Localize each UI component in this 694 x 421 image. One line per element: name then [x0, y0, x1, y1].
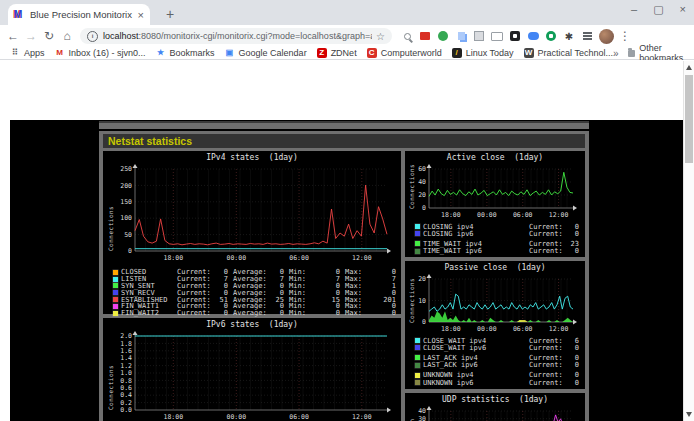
- home-icon[interactable]: ⌂: [58, 29, 76, 43]
- ipv6-graph-title: IPv6 states (1day): [103, 318, 401, 330]
- scroll-up-icon[interactable]: [686, 65, 692, 70]
- legend-swatch-icon: [113, 297, 118, 302]
- globe-icon[interactable]: [436, 29, 451, 43]
- svg-text:40: 40: [418, 407, 426, 415]
- forward-icon[interactable]: →: [22, 29, 40, 43]
- window-controls: – ▢ ×: [631, 3, 686, 16]
- bookmarks-overflow-icon[interactable]: »: [613, 48, 619, 59]
- computerworld-icon: C: [367, 48, 377, 58]
- url-host: localhost: [103, 31, 139, 41]
- profile-avatar[interactable]: [599, 29, 614, 44]
- bookmark-item-computerworld[interactable]: CComputerworld: [367, 48, 442, 58]
- previous-section-edge: [99, 121, 589, 129]
- browser-menu-icon[interactable]: ⋮: [619, 29, 631, 43]
- svg-text:18:00: 18:00: [164, 413, 184, 421]
- legend-label: CLOSING ipv6: [423, 230, 529, 238]
- page-info-icon[interactable]: i: [87, 31, 98, 42]
- legend-label: LAST_ACK ipv6: [423, 361, 529, 369]
- bookmark-star-icon[interactable]: ☆: [376, 31, 385, 42]
- active-close-graph[interactable]: 020406018:0000:0006:0012:00: [405, 163, 585, 221]
- legend-swatch-icon: [113, 270, 118, 275]
- svg-text:1.2: 1.2: [120, 362, 132, 370]
- screenshot-icon[interactable]: [508, 29, 523, 43]
- tab-close-icon[interactable]: ×: [138, 9, 144, 21]
- ipv4-graph-title: IPv4 states (1day): [103, 151, 401, 163]
- bookmark-item-wordpress[interactable]: WPractical Technol...: [524, 48, 613, 58]
- legend-stat-key: Max:: [345, 309, 381, 317]
- svg-text:12:00: 12:00: [352, 254, 372, 262]
- cast-icon[interactable]: [490, 29, 505, 43]
- svg-text:12:00: 12:00: [549, 325, 569, 333]
- passive-close-legend: CLOSE_WAIT ipv4Current:6CLOSE_WAIT ipv6C…: [405, 337, 585, 386]
- svg-text:60: 60: [418, 165, 426, 173]
- bookmark-item-zdnet[interactable]: ZZDNet: [317, 48, 357, 58]
- svg-text:06:00: 06:00: [513, 325, 533, 333]
- legend-label: UNKNOWN ipv6: [423, 379, 529, 387]
- tab-icon[interactable]: [472, 29, 487, 43]
- ipv6-states-graph[interactable]: 0.00.20.40.60.81.01.21.41.61.82.018:0000…: [103, 330, 401, 421]
- legend-stat-key: Min:: [289, 309, 325, 317]
- search-icon[interactable]: [400, 29, 415, 43]
- back-icon[interactable]: ←: [4, 29, 22, 43]
- scroll-down-icon[interactable]: [686, 412, 692, 417]
- bookmark-item-calendar[interactable]: ▣Google Calendar: [225, 48, 307, 58]
- calendar-icon: ▣: [225, 48, 235, 58]
- page-scrollbar[interactable]: [683, 61, 694, 421]
- bookmark-label: ZDNet: [331, 48, 357, 58]
- new-tab-button[interactable]: +: [160, 4, 180, 24]
- legend-swatch-icon: [415, 373, 420, 378]
- status-icon[interactable]: [544, 29, 559, 43]
- legend-stat-value: 0: [565, 379, 579, 387]
- pages-icon[interactable]: [454, 29, 469, 43]
- browser-tab-strip: M Blue Precision Monitorix × + – ▢ ×: [0, 0, 694, 25]
- bookmark-item-star[interactable]: ★Bookmarks: [156, 48, 215, 58]
- udp-statistics-graph[interactable]: 1020304018:0000:0006:0012:00: [405, 405, 585, 421]
- minimize-button[interactable]: –: [631, 3, 637, 16]
- legend-stat-key: Current:: [529, 230, 565, 238]
- legend-stat-value: 0: [213, 309, 228, 317]
- playlist-icon[interactable]: [580, 29, 595, 43]
- udp-graph-title: UDP statistics (1day): [405, 393, 585, 405]
- url-text: localhost:8080/monitorix-cgi/monitorix.c…: [103, 31, 372, 41]
- svg-text:0.6: 0.6: [120, 384, 132, 392]
- zdnet-icon: Z: [317, 48, 327, 58]
- svg-text:50: 50: [124, 231, 132, 239]
- reload-icon[interactable]: ↻: [40, 29, 58, 43]
- legend-stat-value: 0: [565, 361, 579, 369]
- ipv4-legend: CLOSEDCurrent:0Average:0Min:0Max:0LISTEN…: [103, 269, 401, 317]
- svg-text:0: 0: [422, 318, 426, 326]
- ipv4-states-graph[interactable]: 05010015020025018:0000:0006:0012:00: [103, 163, 401, 267]
- bookmark-label: Google Calendar: [239, 48, 307, 58]
- bookmarks-bar: ⠿AppsMInbox (16) - sjvn0...★Bookmarks▣Go…: [0, 47, 694, 60]
- svg-text:0.2: 0.2: [120, 399, 132, 407]
- svg-text:00:00: 00:00: [477, 211, 497, 219]
- legend-stat-value: 0: [381, 309, 396, 317]
- legend-stat-value: 0: [565, 344, 579, 352]
- messenger-icon[interactable]: [526, 29, 541, 43]
- browser-tab[interactable]: M Blue Precision Monitorix ×: [8, 4, 150, 25]
- scrollbar-thumb[interactable]: [685, 75, 693, 163]
- passive-close-graph[interactable]: 0102018:0000:0006:0012:00: [405, 273, 585, 335]
- svg-text:20: 20: [418, 191, 426, 199]
- legend-stat-key: Current:: [529, 379, 565, 387]
- bookmark-item-linux-today[interactable]: /Linux Today: [452, 48, 514, 58]
- legend-row: UNKNOWN ipv6Current:0: [415, 379, 585, 386]
- svg-text:1.8: 1.8: [120, 340, 132, 348]
- page-viewport: Netstat statistics IPv4 states (1day) Co…: [0, 60, 694, 421]
- svg-text:12:00: 12:00: [352, 413, 372, 421]
- maximize-button[interactable]: ▢: [653, 3, 663, 16]
- bookmark-label: Inbox (16) - sjvn0...: [69, 48, 146, 58]
- address-bar[interactable]: i localhost:8080/monitorix-cgi/monitorix…: [80, 28, 392, 44]
- star-icon: ★: [156, 48, 166, 58]
- svg-text:40: 40: [418, 178, 426, 186]
- mail-icon[interactable]: [418, 29, 433, 43]
- svg-text:12:00: 12:00: [549, 211, 569, 219]
- bookmark-item-apps-grid[interactable]: ⠿Apps: [10, 48, 45, 58]
- passive-close-graph-title: Passive close (1day): [405, 261, 585, 273]
- bookmark-item-gmail[interactable]: MInbox (16) - sjvn0...: [55, 48, 146, 58]
- extensions-pin-icon[interactable]: [562, 29, 577, 43]
- bookmark-label: Practical Technol...: [538, 48, 613, 58]
- window-close-button[interactable]: ×: [680, 3, 686, 16]
- svg-text:18:00: 18:00: [164, 254, 184, 262]
- legend-row: TIME_WAIT ipv6Current:0: [415, 248, 585, 255]
